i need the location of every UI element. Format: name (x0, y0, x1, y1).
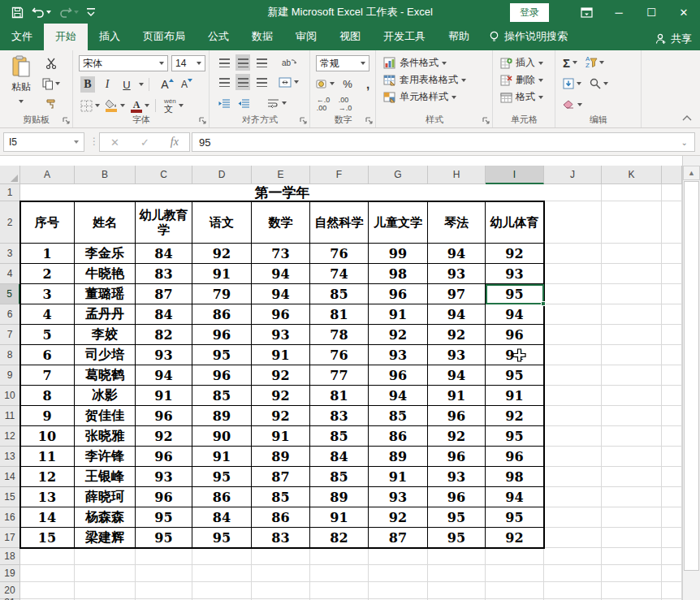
cell-B4[interactable]: 牛晓艳 (75, 264, 136, 284)
cell-C6[interactable]: 84 (136, 304, 192, 325)
undo-dropdown-icon[interactable] (46, 11, 51, 14)
cell-D20[interactable] (192, 582, 252, 599)
cell-J3[interactable] (544, 244, 602, 264)
cell-I17[interactable]: 92 (486, 528, 544, 548)
cell-K17[interactable] (602, 528, 662, 548)
clear-button[interactable] (563, 97, 582, 113)
cell-H4[interactable]: 93 (428, 264, 486, 284)
cell-E3[interactable]: 73 (252, 244, 310, 264)
row-header-18[interactable]: 18 (0, 548, 20, 565)
insert-function-icon[interactable]: fx (171, 136, 179, 149)
cell-G12[interactable]: 86 (369, 426, 428, 447)
column-header-I[interactable]: I (486, 166, 544, 184)
accounting-format-icon[interactable] (316, 76, 335, 92)
minimize-button[interactable]: ─ (603, 0, 635, 24)
cell-B9[interactable]: 葛晓鹤 (75, 365, 136, 386)
table-header-语文[interactable]: 语文 (192, 201, 252, 244)
cell-K4[interactable] (602, 264, 662, 284)
row-header-17[interactable]: 17 (0, 528, 20, 548)
cell-J15[interactable] (544, 487, 602, 507)
cell-F4[interactable]: 74 (310, 264, 369, 284)
ribbon-tab-帮助[interactable]: 帮助 (437, 24, 481, 50)
ribbon-tab-插入[interactable]: 插入 (88, 24, 132, 50)
cell-I13[interactable]: 96 (486, 447, 544, 467)
autosum-button[interactable]: Σ (563, 54, 577, 71)
customize-qat-icon[interactable] (87, 7, 95, 17)
cell-E6[interactable]: 96 (252, 304, 310, 325)
cell-K13[interactable] (602, 447, 662, 467)
alignment-dialog-launcher-icon[interactable] (300, 117, 308, 125)
ribbon-tab-审阅[interactable]: 审阅 (284, 24, 328, 50)
cell-B11[interactable]: 贺佳佳 (75, 406, 136, 426)
cell-K9[interactable] (602, 365, 662, 386)
cell-B19[interactable] (75, 565, 136, 582)
cell-H6[interactable]: 94 (428, 304, 486, 325)
cell-H5[interactable]: 97 (428, 284, 486, 304)
cell-E18[interactable] (252, 548, 310, 565)
font-dialog-launcher-icon[interactable] (199, 117, 207, 125)
cell-D17[interactable]: 95 (192, 528, 252, 548)
cell-D4[interactable]: 91 (192, 264, 252, 284)
cell-E17[interactable]: 83 (252, 528, 310, 548)
italic-button[interactable]: I (100, 76, 115, 93)
cell-G11[interactable]: 85 (369, 406, 428, 426)
cell-H11[interactable]: 96 (428, 406, 486, 426)
cell-H7[interactable]: 92 (428, 325, 486, 345)
cell-partial-4[interactable] (662, 264, 682, 284)
cell-partial-8[interactable] (662, 345, 682, 365)
decrease-decimal-icon[interactable]: .00→.0 (338, 96, 352, 112)
cell-A11[interactable]: 9 (20, 406, 75, 426)
cell-D16[interactable]: 84 (192, 507, 252, 528)
cell-A18[interactable] (20, 548, 75, 565)
row-header-4[interactable]: 4 (0, 264, 20, 284)
cell-I3[interactable]: 92 (486, 244, 544, 264)
column-header-J[interactable]: J (544, 166, 602, 184)
cell-G17[interactable]: 87 (369, 528, 428, 548)
cell-K1[interactable] (602, 184, 662, 201)
cell-K15[interactable] (602, 487, 662, 507)
cell-C7[interactable]: 82 (136, 325, 192, 345)
cell-D19[interactable] (192, 565, 252, 582)
cell-I14[interactable]: 98 (486, 467, 544, 487)
cell-J6[interactable] (544, 304, 602, 325)
cell-B12[interactable]: 张晓雅 (75, 426, 136, 447)
cell-H8[interactable]: 93 (428, 345, 486, 365)
table-header-序号[interactable]: 序号 (20, 201, 75, 244)
cell-A20[interactable] (20, 582, 75, 599)
cell-partial-14[interactable] (662, 467, 682, 487)
row-header-14[interactable]: 14 (0, 467, 20, 487)
cell-C17[interactable]: 95 (136, 528, 192, 548)
tell-me-search[interactable]: 操作说明搜索 (481, 24, 576, 50)
cell-partial-20[interactable] (662, 582, 682, 599)
cell-E15[interactable]: 85 (252, 487, 310, 507)
wrap-text-button[interactable] (267, 95, 287, 111)
cell-D8[interactable]: 95 (192, 345, 252, 365)
column-header-K[interactable]: K (602, 166, 662, 184)
cell-B17[interactable]: 梁建辉 (75, 528, 136, 548)
paste-button[interactable]: 粘贴 (6, 55, 36, 106)
cell-I8[interactable]: 94 (486, 345, 544, 365)
cell-D3[interactable]: 92 (192, 244, 252, 264)
cell-H3[interactable]: 94 (428, 244, 486, 264)
cell-K5[interactable] (602, 284, 662, 304)
column-header-G[interactable]: G (369, 166, 428, 184)
table-header-数学[interactable]: 数学 (252, 201, 310, 244)
share-button[interactable]: 共享 (655, 32, 692, 46)
cell-F9[interactable]: 77 (310, 365, 369, 386)
merged-title-cell[interactable]: 第一学年 (20, 184, 544, 201)
row-header-2[interactable]: 2 (0, 201, 20, 244)
cell-D9[interactable]: 96 (192, 365, 252, 386)
cell-C14[interactable]: 93 (136, 467, 192, 487)
cell-G7[interactable]: 92 (369, 325, 428, 345)
cell-B6[interactable]: 孟丹丹 (75, 304, 136, 325)
cell-C4[interactable]: 83 (136, 264, 192, 284)
table-header-自然科学[interactable]: 自然科学 (310, 201, 369, 244)
increase-decimal-icon[interactable]: ←.0.00 (316, 96, 331, 112)
row-header-10[interactable]: 10 (0, 386, 20, 406)
cell-C16[interactable]: 95 (136, 507, 192, 528)
cell-A17[interactable]: 15 (20, 528, 75, 548)
row-header-3[interactable]: 3 (0, 244, 20, 264)
fill-color-button[interactable] (106, 97, 125, 114)
cell-H14[interactable]: 93 (428, 467, 486, 487)
cell-partial-5[interactable] (662, 284, 682, 304)
